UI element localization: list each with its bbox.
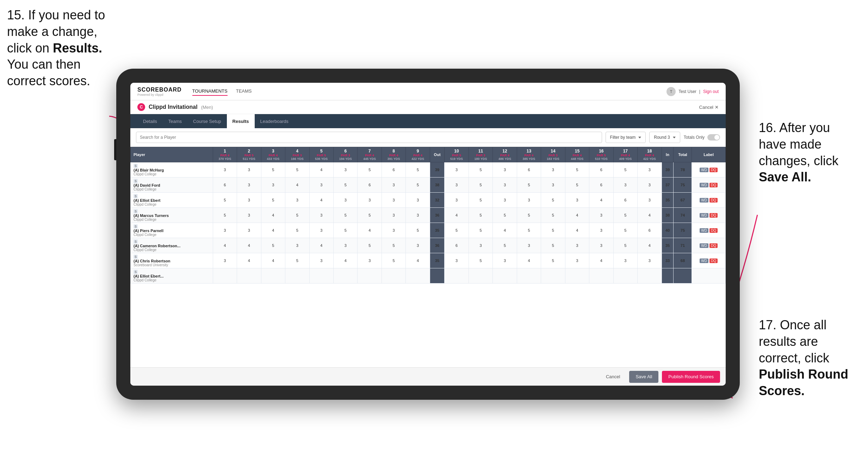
score-h3[interactable]: 4 xyxy=(261,253,285,268)
score-h7[interactable]: 5 xyxy=(358,238,382,253)
score-h5[interactable]: 4 xyxy=(309,193,333,208)
score-h4[interactable] xyxy=(285,268,309,284)
score-h17[interactable] xyxy=(613,268,637,284)
score-h15[interactable]: 5 xyxy=(565,162,589,178)
score-h4[interactable]: 3 xyxy=(285,193,309,208)
score-h15[interactable] xyxy=(565,268,589,284)
score-h3[interactable]: 4 xyxy=(261,223,285,238)
dq-label[interactable]: DQ xyxy=(709,213,718,218)
dq-label[interactable]: DQ xyxy=(709,228,718,233)
score-h13[interactable]: 3 xyxy=(517,193,541,208)
score-h11[interactable] xyxy=(469,268,492,284)
score-h7[interactable]: 5 xyxy=(358,208,382,223)
wd-label[interactable]: WD xyxy=(700,213,708,218)
score-h2[interactable]: 3 xyxy=(237,208,261,223)
score-h15[interactable]: 3 xyxy=(565,253,589,268)
wd-label[interactable]: WD xyxy=(700,168,708,172)
score-h1[interactable]: 6 xyxy=(213,178,237,193)
score-h8[interactable]: 5 xyxy=(382,238,405,253)
dq-label[interactable]: DQ xyxy=(709,259,718,263)
score-h5[interactable]: 4 xyxy=(309,238,333,253)
score-h6[interactable]: 3 xyxy=(333,238,357,253)
score-h13[interactable] xyxy=(517,268,541,284)
score-h2[interactable]: 4 xyxy=(237,253,261,268)
score-h6[interactable] xyxy=(333,268,357,284)
score-h2[interactable]: 3 xyxy=(237,223,261,238)
score-h14[interactable]: 5 xyxy=(541,223,565,238)
score-h5[interactable]: 4 xyxy=(309,162,333,178)
search-input[interactable] xyxy=(136,132,602,143)
score-h4[interactable]: 5 xyxy=(285,208,309,223)
score-h9[interactable]: 4 xyxy=(406,253,430,268)
score-h18[interactable]: 3 xyxy=(638,162,662,178)
score-h9[interactable]: 5 xyxy=(406,223,430,238)
score-h9[interactable]: 3 xyxy=(406,193,430,208)
score-h9[interactable]: 5 xyxy=(406,178,430,193)
wd-label[interactable]: WD xyxy=(700,243,708,248)
score-h16[interactable]: 3 xyxy=(589,208,613,223)
sign-out-link[interactable]: Sign out xyxy=(703,89,719,94)
score-h4[interactable]: 5 xyxy=(285,162,309,178)
score-h10[interactable]: 5 xyxy=(445,223,469,238)
score-h18[interactable]: 6 xyxy=(638,223,662,238)
score-h1[interactable]: 5 xyxy=(213,208,237,223)
score-h10[interactable]: 4 xyxy=(445,208,469,223)
score-h6[interactable]: 3 xyxy=(333,162,357,178)
score-h13[interactable]: 6 xyxy=(517,162,541,178)
score-h9[interactable] xyxy=(406,268,430,284)
score-h3[interactable] xyxy=(261,268,285,284)
score-h2[interactable] xyxy=(237,268,261,284)
score-h6[interactable]: 5 xyxy=(333,178,357,193)
dq-label[interactable]: DQ xyxy=(709,183,718,187)
score-h14[interactable]: 5 xyxy=(541,193,565,208)
score-h5[interactable]: 3 xyxy=(309,253,333,268)
score-h8[interactable]: 6 xyxy=(382,162,405,178)
cancel-action-btn[interactable]: Cancel xyxy=(600,371,626,383)
score-h11[interactable]: 5 xyxy=(469,162,492,178)
score-h18[interactable]: 3 xyxy=(638,253,662,268)
score-h4[interactable]: 5 xyxy=(285,253,309,268)
score-h11[interactable]: 5 xyxy=(469,208,492,223)
score-h5[interactable]: 3 xyxy=(309,223,333,238)
score-h3[interactable]: 3 xyxy=(261,178,285,193)
score-h5[interactable] xyxy=(309,268,333,284)
score-h7[interactable]: 4 xyxy=(358,223,382,238)
score-h16[interactable]: 6 xyxy=(589,162,613,178)
dq-label[interactable]: DQ xyxy=(709,198,718,203)
score-h1[interactable]: 3 xyxy=(213,162,237,178)
score-h13[interactable]: 5 xyxy=(517,223,541,238)
score-h7[interactable]: 6 xyxy=(358,178,382,193)
score-h7[interactable]: 3 xyxy=(358,253,382,268)
score-h11[interactable]: 3 xyxy=(469,238,492,253)
score-h12[interactable]: 3 xyxy=(493,253,517,268)
score-h18[interactable]: 4 xyxy=(638,238,662,253)
score-h7[interactable] xyxy=(358,268,382,284)
score-h2[interactable]: 3 xyxy=(237,162,261,178)
score-h2[interactable]: 3 xyxy=(237,193,261,208)
score-h16[interactable] xyxy=(589,268,613,284)
round-selector-btn[interactable]: Round 3 xyxy=(649,132,680,143)
score-h14[interactable]: 5 xyxy=(541,208,565,223)
tab-teams[interactable]: Teams xyxy=(163,114,187,128)
score-h1[interactable]: 4 xyxy=(213,238,237,253)
score-h5[interactable]: 3 xyxy=(309,178,333,193)
totals-toggle-switch[interactable] xyxy=(707,134,720,141)
score-h11[interactable]: 5 xyxy=(469,253,492,268)
score-h17[interactable]: 5 xyxy=(613,162,637,178)
wd-label[interactable]: WD xyxy=(700,183,708,187)
score-h14[interactable]: 3 xyxy=(541,162,565,178)
score-h13[interactable]: 4 xyxy=(517,253,541,268)
score-h16[interactable]: 4 xyxy=(589,193,613,208)
wd-label[interactable]: WD xyxy=(700,259,708,263)
tab-leaderboards[interactable]: Leaderboards xyxy=(255,114,294,128)
score-h16[interactable]: 3 xyxy=(589,238,613,253)
score-h1[interactable] xyxy=(213,268,237,284)
score-h17[interactable]: 5 xyxy=(613,238,637,253)
score-h16[interactable]: 6 xyxy=(589,178,613,193)
publish-round-scores-btn[interactable]: Publish Round Scores xyxy=(662,371,720,383)
score-h15[interactable]: 3 xyxy=(565,238,589,253)
score-h16[interactable]: 3 xyxy=(589,223,613,238)
score-h4[interactable]: 4 xyxy=(285,178,309,193)
dq-label[interactable]: DQ xyxy=(709,243,718,248)
score-h14[interactable]: 5 xyxy=(541,238,565,253)
